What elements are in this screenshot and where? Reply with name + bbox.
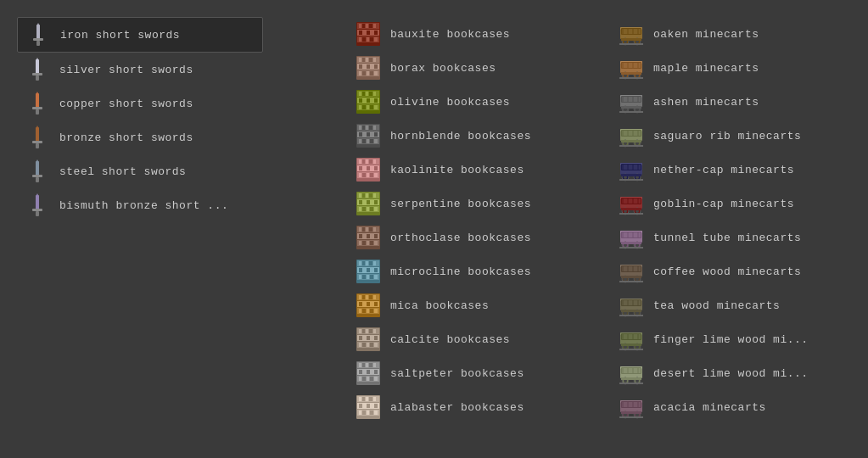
minecart-icon — [618, 88, 645, 115]
list-item[interactable]: borax bookcases — [348, 51, 585, 85]
svg-rect-49 — [359, 58, 361, 62]
svg-rect-123 — [374, 173, 378, 177]
minecarts-column: oaken minecarts maple minecarts ashen mi… — [611, 17, 848, 424]
svg-marker-1 — [36, 23, 40, 26]
list-item[interactable]: tea wood minecarts — [611, 288, 848, 322]
svg-rect-388 — [621, 310, 641, 312]
list-item[interactable]: saltpeter bookcases — [348, 356, 585, 390]
svg-rect-168 — [357, 281, 379, 282]
list-item[interactable]: iron short swords — [17, 17, 263, 53]
list-item[interactable]: finger lime wood mi... — [611, 322, 848, 356]
svg-rect-196 — [367, 302, 370, 306]
svg-rect-118 — [374, 166, 378, 170]
svg-rect-80 — [362, 105, 366, 109]
svg-rect-220 — [362, 343, 366, 347]
svg-rect-109 — [359, 159, 361, 164]
list-item[interactable]: serpentine bookcases — [348, 187, 585, 221]
item-label: finger lime wood mi... — [653, 333, 809, 346]
svg-rect-180 — [362, 275, 366, 279]
svg-rect-38 — [374, 31, 378, 35]
bookcase-icon — [355, 88, 382, 115]
item-label: olivine bookcases — [390, 96, 510, 109]
svg-rect-212 — [369, 329, 372, 333]
svg-rect-2 — [33, 38, 43, 41]
item-label: hornblende bookcases — [390, 130, 531, 142]
svg-rect-54 — [359, 64, 362, 69]
bookcase-icon — [355, 258, 382, 285]
list-item[interactable]: calcite bookcases — [348, 322, 585, 356]
svg-rect-97 — [371, 132, 373, 137]
item-label: iron short swords — [60, 29, 180, 42]
svg-rect-255 — [363, 404, 366, 408]
svg-rect-216 — [367, 336, 370, 340]
svg-rect-169 — [359, 261, 361, 265]
list-item[interactable]: hornblende bookcases — [348, 119, 585, 153]
list-item[interactable]: ashen minecarts — [611, 85, 848, 119]
list-item[interactable]: bauxite bookcases — [348, 17, 585, 51]
list-item[interactable]: copper short swords — [17, 87, 263, 120]
svg-marker-21 — [36, 193, 39, 197]
svg-rect-19 — [36, 177, 39, 182]
svg-rect-110 — [362, 159, 365, 164]
list-item[interactable]: steel short swords — [17, 154, 263, 188]
svg-rect-51 — [366, 58, 368, 62]
svg-rect-148 — [357, 247, 379, 249]
bookcase-icon — [355, 394, 382, 421]
list-item[interactable]: saguaro rib minecarts — [611, 119, 848, 153]
svg-rect-240 — [362, 377, 366, 381]
svg-rect-69 — [359, 92, 361, 96]
list-item[interactable]: bismuth bronze short ... — [17, 188, 263, 222]
list-item[interactable]: silver short swords — [17, 53, 263, 87]
svg-rect-40 — [362, 37, 366, 42]
svg-rect-190 — [362, 295, 365, 299]
svg-rect-149 — [359, 227, 361, 232]
svg-rect-0 — [36, 25, 40, 40]
bookcase-icon — [355, 224, 382, 251]
svg-rect-201 — [367, 309, 369, 313]
svg-rect-30 — [362, 24, 365, 28]
svg-rect-33 — [373, 24, 376, 28]
svg-rect-16 — [36, 161, 39, 176]
bookcase-icon — [355, 156, 382, 183]
sword-icon — [24, 158, 51, 185]
list-item[interactable]: oaken minecarts — [611, 17, 848, 51]
svg-rect-276 — [621, 38, 641, 41]
list-item[interactable]: orthoclase bookcases — [348, 221, 585, 254]
list-item[interactable]: microcline bookcases — [348, 254, 585, 288]
svg-marker-9 — [36, 92, 39, 95]
list-item[interactable]: tunnel tube minecarts — [611, 221, 848, 254]
list-item[interactable]: desert lime wood mi... — [611, 356, 848, 390]
svg-rect-181 — [367, 275, 369, 279]
sword-icon — [25, 21, 52, 48]
svg-rect-156 — [367, 234, 370, 238]
list-item[interactable]: acacia minecarts — [611, 390, 848, 424]
svg-rect-62 — [370, 71, 373, 75]
list-item[interactable]: bronze short swords — [17, 120, 263, 154]
list-item[interactable]: kaolinite bookcases — [348, 153, 585, 187]
list-item[interactable]: nether-cap minecarts — [611, 153, 848, 187]
svg-rect-20 — [36, 195, 39, 210]
svg-rect-61 — [367, 71, 369, 75]
svg-rect-100 — [362, 139, 366, 143]
svg-rect-229 — [359, 363, 361, 367]
svg-rect-3 — [36, 41, 40, 46]
list-item[interactable]: olivine bookcases — [348, 85, 585, 119]
svg-rect-189 — [359, 295, 361, 299]
list-item[interactable]: mica bookcases — [348, 288, 585, 322]
svg-rect-101 — [367, 139, 369, 143]
list-item[interactable]: goblin-cap minecarts — [611, 187, 848, 221]
svg-rect-161 — [367, 241, 369, 245]
svg-rect-200 — [362, 309, 366, 313]
svg-rect-35 — [363, 31, 366, 35]
list-item[interactable]: maple minecarts — [611, 51, 848, 85]
item-label: coffee wood minecarts — [653, 265, 801, 278]
svg-rect-79 — [359, 105, 361, 109]
svg-rect-77 — [371, 98, 373, 103]
svg-rect-122 — [370, 173, 373, 177]
list-item[interactable]: coffee wood minecarts — [611, 254, 848, 288]
list-item[interactable]: alabaster bookcases — [348, 390, 585, 424]
svg-rect-158 — [374, 234, 378, 238]
svg-rect-48 — [357, 77, 379, 79]
svg-rect-94 — [359, 132, 362, 137]
svg-rect-28 — [357, 43, 379, 45]
